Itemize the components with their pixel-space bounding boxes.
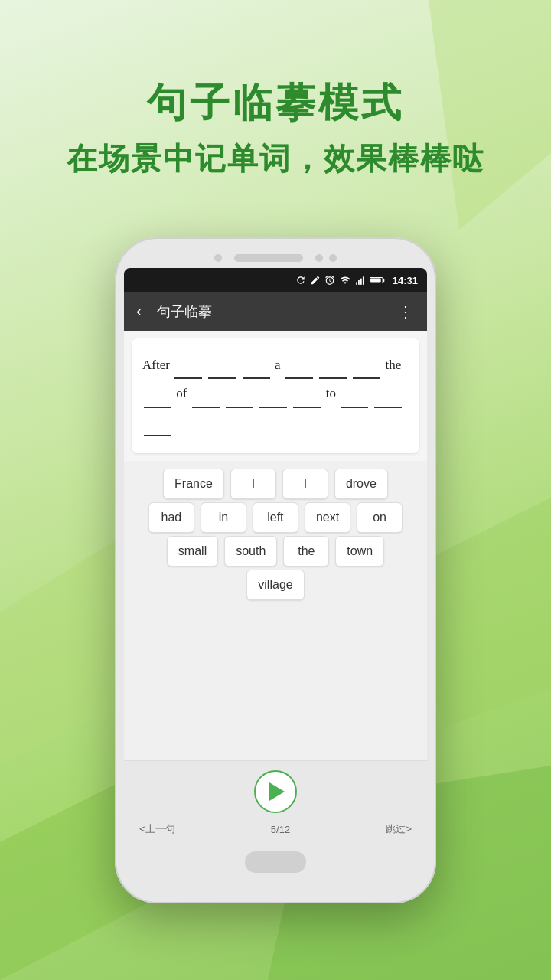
alarm-icon [324,275,335,286]
status-icons [295,275,385,286]
words-row-3: small south the town [132,536,419,567]
edit-icon [310,275,321,286]
title-area: 句子临摹模式 在场景中记单词，效果棒棒哒 [0,77,551,180]
progress-indicator: 5/12 [271,824,290,835]
phone-dot-2 [329,254,337,262]
word-village[interactable]: village [246,570,304,600]
phone-camera [214,254,222,262]
title-line1: 句子临摹模式 [0,77,551,130]
blank-9 [226,407,253,408]
phone-screen: 14:31 ‹ 句子临摹 ⋮ After a the of to France [124,268,427,847]
word-town[interactable]: town [335,536,384,567]
blank-5 [319,377,347,379]
signal-icon [355,275,366,286]
word-small[interactable]: small [167,536,218,567]
refresh-icon [295,275,306,286]
menu-button[interactable]: ⋮ [398,302,415,321]
phone-outer: 14:31 ‹ 句子临摹 ⋮ After a the of to France [115,237,436,903]
svg-rect-8 [363,276,364,285]
sentence-area: After a the of to [132,338,419,453]
sentence-text: After a the of to [142,351,409,436]
status-bar: 14:31 [124,268,427,292]
battery-icon [370,276,385,285]
blank-14 [144,435,171,436]
blank-8 [192,407,220,408]
play-btn-container [136,770,415,813]
blank-7 [144,407,171,408]
word-i-2[interactable]: I [282,469,328,499]
prev-sentence-button[interactable]: <上一句 [139,822,175,836]
words-row-2: had in left next on [132,502,419,533]
blank-1 [174,377,202,379]
blank-13 [374,407,402,408]
word-the[interactable]: the [283,536,329,567]
title-line2: 在场景中记单词，效果棒棒哒 [0,138,551,180]
play-icon [269,782,285,801]
blank-11 [293,407,321,408]
blank-6 [353,377,380,379]
nav-bar: <上一句 5/12 跳过> [136,821,415,838]
wifi-icon [339,275,351,286]
toolbar-title: 句子临摹 [157,302,389,321]
svg-rect-5 [356,282,357,285]
word-i-1[interactable]: I [230,469,276,499]
word-south[interactable]: south [224,536,277,567]
phone-home-area [124,847,427,877]
word-on[interactable]: on [357,502,403,533]
words-row-4: village [132,570,419,600]
bottom-controls: <上一句 5/12 跳过> [124,760,427,847]
blank-12 [341,407,368,408]
word-france[interactable]: France [163,469,224,499]
words-row-1: France I I drove [132,469,419,499]
svg-rect-11 [370,279,381,283]
word-drove[interactable]: drove [334,469,388,499]
app-toolbar: ‹ 句子临摹 ⋮ [124,292,427,331]
blank-4 [285,377,313,379]
word-left[interactable]: left [253,502,298,533]
blank-3 [243,377,270,379]
phone-mockup: 14:31 ‹ 句子临摹 ⋮ After a the of to France [115,237,436,903]
svg-rect-6 [358,280,360,285]
svg-rect-7 [360,279,362,285]
phone-dots [315,254,337,262]
status-time: 14:31 [393,275,418,286]
blank-10 [259,407,287,408]
words-area: France I I drove had in left next on sma… [124,461,427,760]
phone-dot-1 [315,254,323,262]
svg-rect-10 [383,279,384,282]
phone-top-bar [124,247,427,268]
phone-home-button[interactable] [245,851,306,873]
word-in[interactable]: in [201,502,246,533]
play-button[interactable] [254,770,297,813]
word-had[interactable]: had [148,502,194,533]
phone-speaker [234,254,303,262]
next-sentence-button[interactable]: 跳过> [386,822,412,836]
back-button[interactable]: ‹ [136,302,142,322]
word-next[interactable]: next [305,502,350,533]
blank-2 [208,377,236,379]
